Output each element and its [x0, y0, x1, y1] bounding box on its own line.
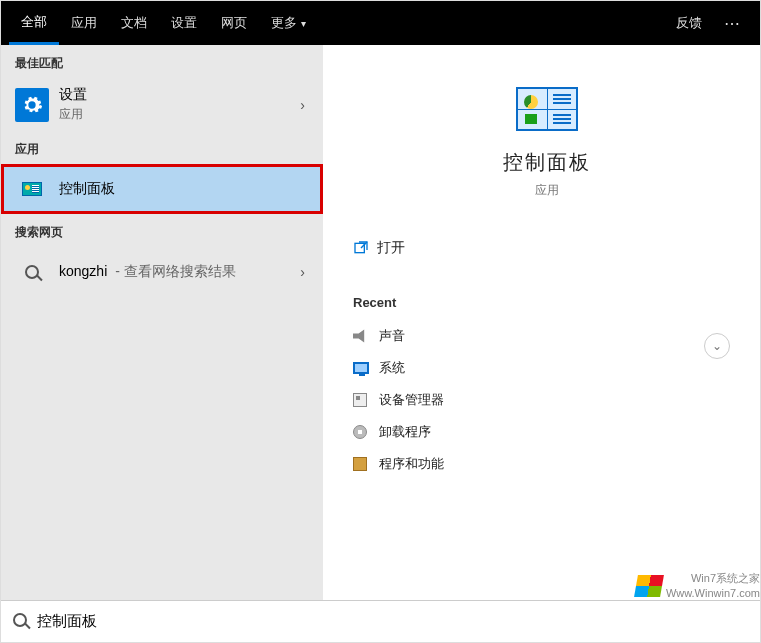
search-icon: [13, 613, 27, 631]
speaker-icon: [353, 328, 379, 344]
result-subtitle: 应用: [59, 106, 296, 123]
search-input[interactable]: [37, 613, 748, 630]
preview-pane: 控制面板 应用 打开 ⌄ Recent 声音 系统: [323, 45, 760, 600]
windows-logo-icon: [634, 575, 664, 597]
feedback-link[interactable]: 反馈: [664, 14, 714, 32]
control-panel-large-icon: [516, 87, 578, 131]
recent-sound[interactable]: 声音: [353, 320, 740, 352]
results-list: 最佳匹配 设置 应用 › 应用 控制面板 搜索网: [1, 45, 323, 600]
svg-rect-0: [355, 243, 364, 252]
result-text: 设置 应用: [59, 86, 296, 123]
control-panel-icon: [15, 172, 49, 206]
web-suffix: - 查看网络搜索结果: [111, 263, 235, 279]
recent-header: Recent: [353, 295, 740, 310]
monitor-icon: [353, 362, 379, 374]
top-tab-bar: 全部 应用 文档 设置 网页 更多 ▾ 反馈 ⋯: [1, 1, 760, 45]
recent-programs-features[interactable]: 程序和功能: [353, 448, 740, 480]
watermark: Win7系统之家 Www.Winwin7.com: [636, 571, 760, 600]
section-apps: 应用: [1, 131, 323, 164]
chevron-down-icon: ▾: [301, 18, 306, 29]
tab-more[interactable]: 更多 ▾: [259, 1, 318, 45]
chevron-down-icon: ⌄: [712, 339, 722, 353]
tab-all[interactable]: 全部: [9, 1, 59, 45]
recent-system[interactable]: 系统: [353, 352, 740, 384]
recent-label: 系统: [379, 359, 405, 377]
tab-apps[interactable]: 应用: [59, 1, 109, 45]
disc-icon: [353, 425, 379, 439]
search-icon: [15, 255, 49, 289]
search-bar: [1, 600, 760, 642]
watermark-line1: Win7系统之家: [666, 571, 760, 585]
recent-label: 程序和功能: [379, 455, 444, 473]
gear-icon: [15, 88, 49, 122]
recent-uninstall[interactable]: 卸载程序: [353, 416, 740, 448]
chevron-right-icon[interactable]: ›: [296, 97, 309, 113]
result-settings[interactable]: 设置 应用 ›: [1, 78, 323, 131]
tab-more-label: 更多: [271, 14, 297, 32]
action-open-label: 打开: [377, 239, 405, 257]
result-control-panel[interactable]: 控制面板: [1, 164, 323, 214]
result-web-kongzhi[interactable]: kongzhi - 查看网络搜索结果 ›: [1, 247, 323, 297]
expand-chevron-button[interactable]: ⌄: [704, 333, 730, 359]
result-title: 设置: [59, 86, 296, 104]
tab-web[interactable]: 网页: [209, 1, 259, 45]
tab-settings[interactable]: 设置: [159, 1, 209, 45]
start-search-window: 全部 应用 文档 设置 网页 更多 ▾ 反馈 ⋯ 最佳匹配 设置 应用 ›: [0, 0, 761, 643]
section-best-match: 最佳匹配: [1, 45, 323, 78]
watermark-line2: Www.Winwin7.com: [666, 586, 760, 600]
recent-label: 设备管理器: [379, 391, 444, 409]
preview-subtitle: 应用: [535, 182, 559, 199]
recent-device-manager[interactable]: 设备管理器: [353, 384, 740, 416]
device-icon: [353, 393, 379, 407]
preview-header: 控制面板 应用: [353, 87, 740, 199]
result-text: 控制面板: [59, 180, 309, 198]
web-query: kongzhi: [59, 263, 107, 279]
result-title: kongzhi - 查看网络搜索结果: [59, 263, 296, 281]
recent-label: 卸载程序: [379, 423, 431, 441]
chevron-right-icon[interactable]: ›: [296, 264, 309, 280]
result-title: 控制面板: [59, 180, 309, 198]
recent-label: 声音: [379, 327, 405, 345]
tab-documents[interactable]: 文档: [109, 1, 159, 45]
section-search-web: 搜索网页: [1, 214, 323, 247]
more-options-button[interactable]: ⋯: [714, 14, 752, 33]
box-icon: [353, 457, 379, 471]
results-body: 最佳匹配 设置 应用 › 应用 控制面板 搜索网: [1, 45, 760, 600]
result-text: kongzhi - 查看网络搜索结果: [59, 263, 296, 281]
action-open[interactable]: 打开: [353, 229, 740, 267]
preview-title: 控制面板: [503, 149, 591, 176]
open-icon: [353, 240, 377, 256]
